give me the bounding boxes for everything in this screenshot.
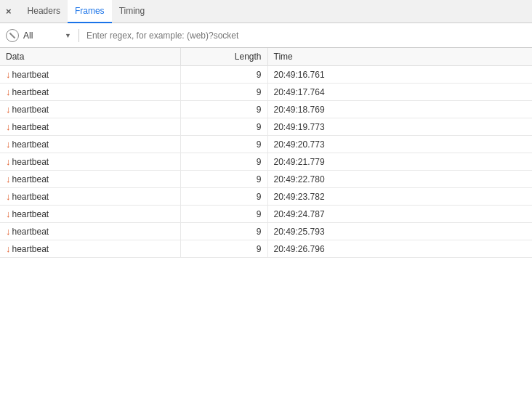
data-text: heartbeat xyxy=(12,209,49,219)
data-text: heartbeat xyxy=(12,227,49,237)
tab-frames[interactable]: Frames xyxy=(68,0,112,23)
table-container: Data Length Time ↓heartbeat920:49:16.761… xyxy=(0,48,532,406)
cell-time: 20:49:18.769 xyxy=(267,101,532,118)
data-text: heartbeat xyxy=(12,87,49,97)
cell-time: 20:49:19.773 xyxy=(267,118,532,136)
cell-data: ↓heartbeat xyxy=(0,206,180,223)
table-row[interactable]: ↓heartbeat920:49:19.773 xyxy=(0,118,532,136)
cell-time: 20:49:23.782 xyxy=(267,188,532,206)
arrow-icon: ↓ xyxy=(6,243,11,254)
frames-table: Data Length Time ↓heartbeat920:49:16.761… xyxy=(0,48,532,258)
tab-timing[interactable]: Timing xyxy=(112,0,153,23)
arrow-icon: ↓ xyxy=(6,121,11,132)
filter-select[interactable]: All Sent Received xyxy=(23,31,60,41)
tab-headers-label: Headers xyxy=(28,6,60,16)
table-row[interactable]: ↓heartbeat920:49:16.761 xyxy=(0,66,532,84)
cell-length: 9 xyxy=(180,206,267,223)
cell-length: 9 xyxy=(180,118,267,136)
cell-time: 20:49:26.796 xyxy=(267,240,532,258)
header-length: Length xyxy=(180,48,267,66)
arrow-icon: ↓ xyxy=(6,174,11,184)
cell-time: 20:49:16.761 xyxy=(267,66,532,84)
cell-length: 9 xyxy=(180,188,267,206)
vertical-divider xyxy=(78,29,79,42)
data-text: heartbeat xyxy=(12,174,49,184)
cell-length: 9 xyxy=(180,66,267,84)
cell-data: ↓heartbeat xyxy=(0,240,180,258)
cell-time: 20:49:25.793 xyxy=(267,223,532,240)
data-text: heartbeat xyxy=(12,192,49,202)
cell-data: ↓heartbeat xyxy=(0,66,180,84)
tab-frames-label: Frames xyxy=(75,6,105,16)
header-data: Data xyxy=(0,48,180,66)
data-text: heartbeat xyxy=(12,157,49,167)
table-row[interactable]: ↓heartbeat920:49:24.787 xyxy=(0,206,532,223)
close-button[interactable]: × xyxy=(6,6,12,17)
header-time: Time xyxy=(267,48,532,66)
table-header-row: Data Length Time xyxy=(0,48,532,66)
cell-time: 20:49:22.780 xyxy=(267,171,532,188)
arrow-icon: ↓ xyxy=(6,156,11,167)
cell-length: 9 xyxy=(180,101,267,118)
cell-data: ↓heartbeat xyxy=(0,223,180,240)
arrow-icon: ↓ xyxy=(6,139,11,150)
table-row[interactable]: ↓heartbeat920:49:25.793 xyxy=(0,223,532,240)
cell-length: 9 xyxy=(180,84,267,101)
cell-data: ↓heartbeat xyxy=(0,136,180,153)
table-row[interactable]: ↓heartbeat920:49:26.796 xyxy=(0,240,532,258)
chevron-down-icon: ▼ xyxy=(65,32,71,39)
cell-time: 20:49:20.773 xyxy=(267,136,532,153)
arrow-icon: ↓ xyxy=(6,191,11,202)
tabs-bar: × Headers Frames Timing xyxy=(0,0,532,23)
cell-data: ↓heartbeat xyxy=(0,153,180,171)
cell-length: 9 xyxy=(180,240,267,258)
table-row[interactable]: ↓heartbeat920:49:23.782 xyxy=(0,188,532,206)
data-text: heartbeat xyxy=(12,105,49,115)
data-text: heartbeat xyxy=(12,244,49,254)
tab-timing-label: Timing xyxy=(119,6,145,16)
data-text: heartbeat xyxy=(12,139,49,150)
blocked-icon xyxy=(6,29,19,42)
filter-input[interactable] xyxy=(86,31,526,41)
arrow-icon: ↓ xyxy=(6,86,11,97)
arrow-icon: ↓ xyxy=(6,208,11,219)
table-row[interactable]: ↓heartbeat920:49:20.773 xyxy=(0,136,532,153)
cell-data: ↓heartbeat xyxy=(0,84,180,101)
cell-length: 9 xyxy=(180,223,267,240)
arrow-icon: ↓ xyxy=(6,226,11,237)
data-text: heartbeat xyxy=(12,122,49,132)
cell-data: ↓heartbeat xyxy=(0,188,180,206)
cell-length: 9 xyxy=(180,171,267,188)
arrow-icon: ↓ xyxy=(6,69,11,80)
cell-time: 20:49:17.764 xyxy=(267,84,532,101)
cell-data: ↓heartbeat xyxy=(0,118,180,136)
cell-data: ↓heartbeat xyxy=(0,101,180,118)
cell-length: 9 xyxy=(180,136,267,153)
tab-headers[interactable]: Headers xyxy=(20,0,68,23)
cell-length: 9 xyxy=(180,153,267,171)
table-row[interactable]: ↓heartbeat920:49:21.779 xyxy=(0,153,532,171)
cell-time: 20:49:21.779 xyxy=(267,153,532,171)
cell-time: 20:49:24.787 xyxy=(267,206,532,223)
filter-bar: All Sent Received ▼ xyxy=(0,23,532,48)
cell-data: ↓heartbeat xyxy=(0,171,180,188)
data-text: heartbeat xyxy=(12,70,49,80)
table-row[interactable]: ↓heartbeat920:49:22.780 xyxy=(0,171,532,188)
table-row[interactable]: ↓heartbeat920:49:17.764 xyxy=(0,84,532,101)
arrow-icon: ↓ xyxy=(6,104,11,115)
table-row[interactable]: ↓heartbeat920:49:18.769 xyxy=(0,101,532,118)
